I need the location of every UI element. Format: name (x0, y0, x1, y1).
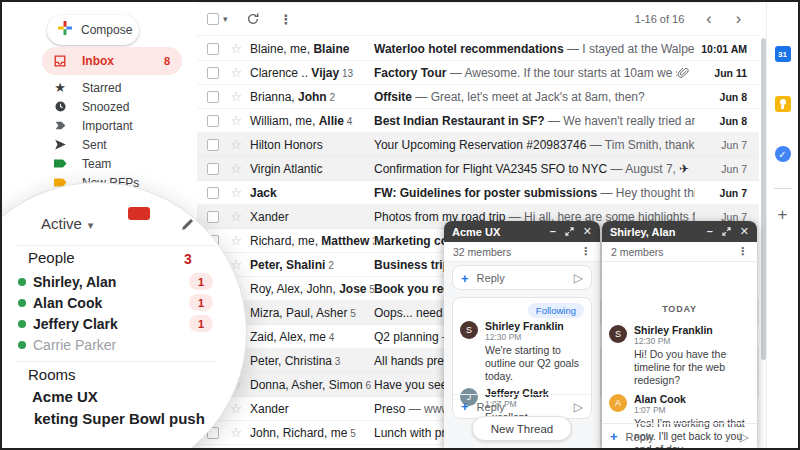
star-icon[interactable]: ☆ (228, 185, 244, 200)
refresh-icon[interactable] (246, 12, 260, 26)
email-row[interactable]: ☆Hilton HonorsYour Upcoming Reservation … (197, 133, 759, 157)
newer-page-icon[interactable]: ‹ (702, 11, 715, 27)
following-badge: Following (528, 303, 584, 318)
sidebar-item-inbox[interactable]: Inbox8 (42, 47, 182, 75)
chat-window-acme-ux: Acme UX – ✕ 32 members ⋮ + Reply ▷ (444, 221, 600, 449)
more-options-icon[interactable]: ⋮ (280, 12, 293, 27)
new-chat-icon[interactable] (181, 217, 193, 235)
date-label: 10:01 AM (695, 43, 747, 55)
sidebar-item-label: Starred (82, 81, 121, 95)
star-icon[interactable]: ☆ (228, 401, 244, 416)
avatar: S (460, 321, 478, 339)
important-icon (52, 119, 68, 132)
star-icon[interactable]: ☆ (228, 113, 244, 128)
sender-names: Peter, Shalini 2 (250, 258, 374, 272)
reply-placeholder: Reply (626, 431, 654, 443)
sender-names: William, me, Allie 4 (250, 114, 374, 128)
close-icon[interactable]: ✕ (583, 226, 592, 237)
reply-input[interactable]: + Reply ▷ (453, 394, 591, 418)
people-item[interactable]: Alan Cook1 (18, 292, 213, 313)
minimize-icon[interactable]: – (550, 226, 556, 237)
message-time: 12:30 PM (485, 332, 583, 342)
expand-icon[interactable] (722, 227, 731, 236)
new-thread-button[interactable]: New Thread (472, 416, 572, 441)
row-checkbox[interactable] (207, 163, 219, 175)
row-checkbox[interactable] (207, 139, 219, 151)
chat-menu-icon[interactable]: ⋮ (737, 245, 748, 258)
tasks-icon[interactable]: ✓ (775, 146, 791, 162)
email-row[interactable]: ☆Blaine, me, BlaineWaterloo hotel recomm… (197, 37, 759, 61)
select-all-checkbox[interactable] (207, 13, 219, 25)
select-dropdown-icon[interactable]: ▾ (223, 14, 228, 24)
email-row[interactable]: ☆Brianna, John 2Offsite — Great, let's m… (197, 85, 759, 109)
star-icon[interactable]: ☆ (228, 41, 244, 56)
add-addon-icon[interactable]: + (778, 205, 788, 225)
calendar-icon[interactable]: 31 (775, 46, 791, 62)
expand-icon[interactable] (565, 227, 574, 236)
sidebar-item-snoozed[interactable]: Snoozed (42, 97, 182, 116)
chat-window-title: Shirley, Alan (610, 226, 675, 238)
minimize-icon[interactable]: – (707, 226, 713, 237)
sender-names: Donna, Asher, Simon 6 (250, 378, 374, 392)
row-checkbox[interactable] (207, 91, 219, 103)
sender-names: Zaid, Alex, me 4 (250, 330, 374, 344)
email-row[interactable]: ☆Virgin AtlanticConfirmation for Flight … (197, 157, 759, 181)
star-icon[interactable]: ☆ (228, 137, 244, 152)
sidebar-item-starred[interactable]: ★Starred (42, 78, 182, 97)
reply-input[interactable]: + Reply ▷ (602, 423, 757, 449)
star-icon[interactable]: ☆ (228, 65, 244, 80)
paperclip-icon (677, 67, 689, 79)
sidebar-item-sent[interactable]: Sent (42, 135, 182, 154)
row-checkbox[interactable] (207, 67, 219, 79)
new-thread-label: New Thread (491, 423, 553, 435)
sidebar-item-label: Important (82, 119, 133, 133)
sender-names: John, Richard, me 5 (250, 426, 374, 440)
star-icon[interactable]: ☆ (228, 161, 244, 176)
reply-placeholder: Reply (477, 272, 505, 284)
presence-dot-icon (18, 320, 26, 328)
subject-snippet: Confirmation for Flight VA2345 SFO to NY… (374, 162, 679, 176)
people-item[interactable]: Jeffery Clark1 (18, 313, 213, 334)
email-row[interactable]: ☆William, me, Allie 4Best Indian Restaur… (197, 109, 759, 133)
send-icon[interactable]: ▷ (740, 430, 749, 444)
room-item[interactable]: Acme UX (32, 388, 98, 405)
sidebar-item-important[interactable]: Important (42, 116, 182, 135)
room-menu-icon[interactable]: ⋮ (580, 245, 591, 258)
sender-names: Peter, Christina 3 (250, 354, 374, 368)
chat-window-header[interactable]: Shirley, Alan – ✕ (602, 221, 757, 242)
person-name: Jeffery Clark (33, 316, 118, 332)
person-name: Alan Cook (33, 295, 102, 311)
chat-window-header[interactable]: Acme UX – ✕ (444, 221, 600, 242)
room-item[interactable]: keting Super Bowl push (34, 410, 205, 427)
divider (16, 361, 216, 362)
star-icon[interactable]: ☆ (228, 209, 244, 224)
star-icon[interactable]: ☆ (228, 89, 244, 104)
email-row[interactable]: ☆Clarence .. Vijay 13Factory Tour — Awes… (197, 61, 759, 85)
subject-snippet: Waterloo hotel recommendations — I staye… (374, 42, 695, 56)
star-icon[interactable]: ☆ (228, 233, 244, 248)
send-icon[interactable]: ▷ (574, 400, 583, 414)
row-checkbox[interactable] (207, 187, 219, 199)
reply-input[interactable]: + Reply ▷ (453, 266, 591, 290)
send-icon[interactable]: ▷ (574, 271, 583, 285)
keep-icon[interactable] (775, 96, 791, 112)
sender-names: Brianna, John 2 (250, 90, 374, 104)
people-unread-count: 3 (184, 251, 192, 267)
email-row[interactable]: ☆JackFW: Guidelines for poster submissio… (197, 181, 759, 205)
list-scrollbar[interactable] (761, 38, 766, 360)
people-item[interactable]: Shirley, Alan1 (18, 271, 213, 292)
close-icon[interactable]: ✕ (740, 226, 749, 237)
older-page-icon[interactable]: › (732, 11, 745, 27)
chat-window-title: Acme UX (452, 226, 500, 238)
thread-card-top: + Reply ▷ (452, 265, 592, 290)
person-name: Carrie Parker (33, 337, 116, 353)
row-checkbox[interactable] (207, 115, 219, 127)
people-item[interactable]: Carrie Parker (18, 334, 213, 355)
chat-status-selector[interactable]: Active▾ (41, 215, 93, 232)
star-icon[interactable]: ☆ (228, 425, 244, 440)
row-checkbox[interactable] (207, 43, 219, 55)
sidebar-item-team[interactable]: Team (42, 154, 182, 173)
subject-snippet: FW: Guidelines for poster submissions — … (374, 186, 695, 200)
compose-button[interactable]: Compose (47, 15, 139, 45)
row-checkbox[interactable] (207, 211, 219, 223)
